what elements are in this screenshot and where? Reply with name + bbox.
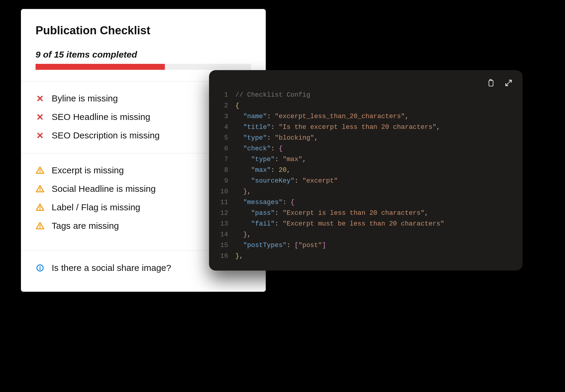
x-icon <box>36 131 44 140</box>
line-number: 2 <box>216 101 228 111</box>
list-item-label: SEO Description is missing <box>52 130 160 141</box>
warning-icon <box>36 203 44 212</box>
svg-point-1 <box>39 172 41 173</box>
info-icon <box>36 263 44 272</box>
line-number: 6 <box>216 143 228 154</box>
card-title: Publication Checklist <box>21 24 265 50</box>
code-comment: // Checklist Config <box>235 91 310 99</box>
line-number: 7 <box>216 154 228 165</box>
svg-point-7 <box>39 227 41 229</box>
line-number: 16 <box>216 251 228 262</box>
list-item-label: Byline is missing <box>52 93 118 104</box>
clipboard-icon[interactable] <box>486 78 495 87</box>
list-item-label: Excerpt is missing <box>52 165 124 175</box>
warning-icon <box>36 184 44 193</box>
svg-point-9 <box>39 266 41 267</box>
x-icon <box>36 112 44 121</box>
progress-bar <box>36 64 251 70</box>
progress: 9 of 15 items completed <box>21 50 265 70</box>
list-item-label: Social Headline is missing <box>52 184 156 194</box>
line-number: 9 <box>216 176 228 186</box>
warning-icon <box>36 221 44 230</box>
list-item-label: Tags are missing <box>52 221 119 231</box>
svg-point-5 <box>39 209 41 210</box>
line-number: 3 <box>216 111 228 122</box>
list-item-label: Label / Flag is missing <box>52 202 140 212</box>
progress-label: 9 of 15 items completed <box>36 50 251 60</box>
line-number: 4 <box>216 122 228 133</box>
line-number: 11 <box>216 197 228 208</box>
warning-icon <box>36 166 44 175</box>
code-block: 1// Checklist Config 2{ 3 "name": "excer… <box>216 79 514 262</box>
line-number: 5 <box>216 133 228 143</box>
list-item-label: Is there a social share image? <box>52 263 171 273</box>
svg-point-3 <box>39 190 41 192</box>
line-number: 10 <box>216 186 228 197</box>
x-icon <box>36 94 44 103</box>
line-number: 8 <box>216 165 228 176</box>
progress-fill <box>36 64 165 70</box>
line-number: 13 <box>216 219 228 229</box>
line-number: 12 <box>216 208 228 219</box>
line-number: 14 <box>216 229 228 240</box>
code-config-card: 1// Checklist Config 2{ 3 "name": "excer… <box>209 70 523 271</box>
expand-icon[interactable] <box>504 78 513 87</box>
line-number: 1 <box>216 90 228 101</box>
list-item-label: SEO Headline is missing <box>52 112 150 122</box>
svg-rect-11 <box>489 81 493 86</box>
line-number: 15 <box>216 240 228 251</box>
